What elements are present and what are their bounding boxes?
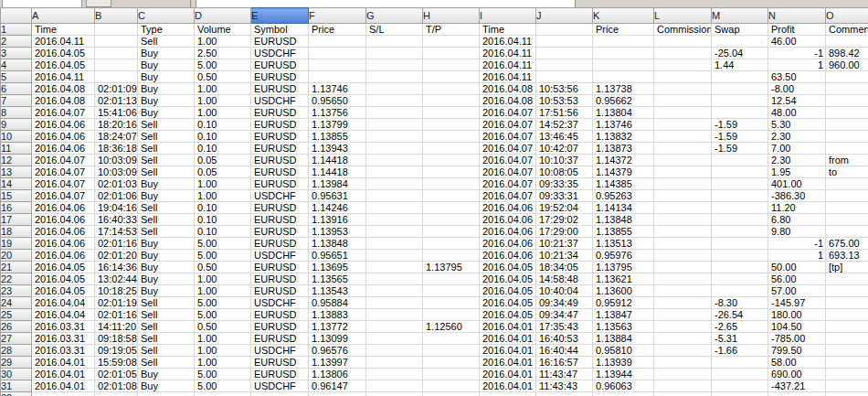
cell-C23[interactable]: Buy (138, 285, 195, 297)
cell-L4[interactable] (654, 59, 712, 71)
cell-G15[interactable] (366, 190, 423, 202)
cell-H28[interactable] (423, 345, 480, 357)
cell-J5[interactable] (536, 71, 593, 83)
cell-C22[interactable]: Buy (138, 273, 195, 285)
row-header-26[interactable]: 26 (1, 321, 32, 333)
cell-K24[interactable]: 0.95912 (593, 297, 654, 309)
cell-I18[interactable]: 2016.04.06 (480, 226, 536, 238)
cell-A19[interactable]: 2016.04.06 (32, 238, 95, 250)
cell-B31[interactable]: 02:01:08 (95, 380, 138, 392)
cell-C2[interactable]: Sell (138, 36, 195, 48)
cell-H21[interactable]: 1.13795 (423, 262, 480, 273)
cell-E9[interactable]: EURUSD (251, 119, 309, 131)
cell-H7[interactable] (423, 95, 480, 107)
cell-N1[interactable]: Profit (768, 24, 826, 36)
row-header-9[interactable]: 9 (1, 119, 32, 131)
cell-K4[interactable] (593, 59, 654, 71)
cell-I29[interactable]: 2016.04.01 (480, 357, 536, 369)
cell-J13[interactable]: 10:08:05 (536, 166, 593, 178)
cell-L12[interactable] (654, 155, 712, 166)
cell-N12[interactable]: 2.30 (768, 155, 826, 166)
cell-C24[interactable]: Sell (138, 297, 195, 309)
cell-I32[interactable] (480, 392, 536, 396)
cell-E16[interactable]: EURUSD (251, 202, 309, 214)
cell-G3[interactable] (366, 48, 423, 59)
cell-C21[interactable]: Buy (138, 262, 195, 273)
cell-M15[interactable] (712, 190, 768, 202)
cell-D7[interactable]: 1.00 (195, 95, 251, 107)
cell-M4[interactable]: 1.44 (712, 59, 768, 71)
cell-N21[interactable]: 50.00 (768, 262, 826, 273)
cell-J23[interactable]: 10:40:04 (536, 285, 593, 297)
cell-O21[interactable]: [tp] (826, 262, 868, 273)
cell-A1[interactable]: Time (32, 24, 95, 36)
row-header-27[interactable]: 27 (1, 333, 32, 345)
cell-O27[interactable] (826, 333, 868, 345)
cell-H1[interactable]: T/P (423, 24, 480, 36)
cell-D18[interactable]: 0.10 (195, 226, 251, 238)
cell-E11[interactable]: EURUSD (251, 143, 309, 155)
cell-J27[interactable]: 16:40:53 (536, 333, 593, 345)
cell-B23[interactable]: 10:18:25 (95, 285, 138, 297)
cell-G13[interactable] (366, 166, 423, 178)
cell-A8[interactable]: 2016.04.07 (32, 107, 95, 119)
cell-G10[interactable] (366, 131, 423, 143)
cell-A5[interactable]: 2016.04.11 (32, 71, 95, 83)
cell-O9[interactable] (826, 119, 868, 131)
cell-E28[interactable]: USDCHF (251, 345, 309, 357)
cell-C9[interactable]: Sell (138, 119, 195, 131)
cell-J8[interactable]: 17:51:56 (536, 107, 593, 119)
column-header-E[interactable]: E (251, 8, 309, 24)
cell-E17[interactable]: EURUSD (251, 214, 309, 226)
cell-N14[interactable]: 401.00 (768, 178, 826, 190)
cell-F25[interactable]: 1.13883 (309, 309, 366, 321)
cell-C10[interactable]: Sell (138, 131, 195, 143)
cell-K8[interactable]: 1.13804 (593, 107, 654, 119)
cell-J6[interactable]: 10:53:56 (536, 83, 593, 95)
cell-G2[interactable] (366, 36, 423, 48)
cell-B22[interactable]: 13:02:44 (95, 273, 138, 285)
cell-L19[interactable] (654, 238, 712, 250)
cell-I1[interactable]: Time (480, 24, 536, 36)
cell-M32[interactable] (712, 392, 768, 396)
cell-F3[interactable] (309, 48, 366, 59)
row-header-25[interactable]: 25 (1, 309, 32, 321)
cell-J22[interactable]: 14:58:48 (536, 273, 593, 285)
cell-I24[interactable]: 2016.04.05 (480, 297, 536, 309)
cell-A2[interactable]: 2016.04.11 (32, 36, 95, 48)
cell-L1[interactable]: Commission (654, 24, 712, 36)
cell-H22[interactable] (423, 273, 480, 285)
cell-A22[interactable]: 2016.04.05 (32, 273, 95, 285)
cell-B13[interactable]: 10:03:09 (95, 166, 138, 178)
cell-J30[interactable]: 11:43:47 (536, 369, 593, 380)
cell-N11[interactable]: 7.00 (768, 143, 826, 155)
cell-H26[interactable]: 1.12560 (423, 321, 480, 333)
cell-H8[interactable] (423, 107, 480, 119)
cell-D17[interactable]: 0.10 (195, 214, 251, 226)
cell-I9[interactable]: 2016.04.07 (480, 119, 536, 131)
cell-F18[interactable]: 1.13953 (309, 226, 366, 238)
cell-G9[interactable] (366, 119, 423, 131)
cell-K1[interactable]: Price (593, 24, 654, 36)
cell-J2[interactable] (536, 36, 593, 48)
cell-O32[interactable] (826, 392, 868, 396)
name-box-dropdown-button[interactable] (86, 0, 111, 7)
cell-M22[interactable] (712, 273, 768, 285)
cell-O11[interactable] (826, 143, 868, 155)
cell-L27[interactable] (654, 333, 712, 345)
column-header-M[interactable]: M (712, 8, 768, 24)
cell-J26[interactable]: 17:35:43 (536, 321, 593, 333)
cell-B12[interactable]: 10:03:09 (95, 155, 138, 166)
cell-B29[interactable]: 15:59:08 (95, 357, 138, 369)
cell-B28[interactable]: 09:19:05 (95, 345, 138, 357)
formula-bar-input[interactable] (196, 0, 576, 7)
cell-I11[interactable]: 2016.04.07 (480, 143, 536, 155)
cell-M20[interactable] (712, 250, 768, 262)
cell-D5[interactable]: 0.50 (195, 71, 251, 83)
row-header-4[interactable]: 4 (1, 59, 32, 71)
cell-G29[interactable] (366, 357, 423, 369)
cell-I6[interactable]: 2016.04.08 (480, 83, 536, 95)
cell-O3[interactable]: 898.42 (826, 48, 868, 59)
cell-L16[interactable] (654, 202, 712, 214)
cell-I19[interactable]: 2016.04.06 (480, 238, 536, 250)
